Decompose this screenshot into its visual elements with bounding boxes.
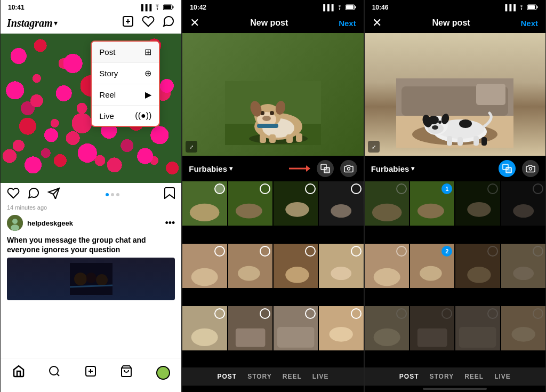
svg-point-10 (12, 219, 18, 224)
mode-reel-3[interactable]: REEL (464, 373, 484, 380)
mode-live-2[interactable]: LIVE (312, 373, 329, 380)
status-time-1: 10:41 (8, 4, 25, 11)
mode-live-3[interactable]: LIVE (494, 373, 511, 380)
gallery-cell-3-7[interactable] (455, 244, 500, 288)
gallery-cell-3-4[interactable] (501, 181, 545, 226)
gallery-cell-3-5[interactable] (365, 244, 409, 288)
expand-icon-3[interactable]: ⤢ (368, 141, 380, 153)
gallery-cell-4[interactable] (319, 181, 363, 226)
select-circle-3-8 (533, 246, 543, 257)
like-icon[interactable] (7, 187, 20, 202)
camera-button-3[interactable] (522, 160, 539, 177)
svg-rect-96 (473, 136, 479, 146)
svg-point-23 (339, 9, 340, 10)
gallery-cell-9[interactable] (182, 306, 227, 350)
gallery-cell-3-12[interactable] (501, 306, 545, 350)
gallery-cell-2[interactable] (228, 181, 272, 226)
mode-post-3[interactable]: POST (399, 373, 419, 380)
gallery-cell-5[interactable] (182, 244, 227, 288)
svg-point-91 (432, 125, 438, 130)
gallery-cell-6[interactable] (228, 244, 272, 288)
wifi-icon-3 (518, 4, 525, 11)
heart-icon[interactable] (142, 15, 155, 31)
svg-point-0 (157, 9, 158, 10)
post-options-icon[interactable]: ••• (165, 218, 175, 229)
svg-rect-99 (506, 167, 511, 173)
mode-post-2[interactable]: POST (217, 373, 237, 380)
home-nav-icon[interactable] (12, 365, 25, 381)
user-info: helpdeskgeek (7, 215, 73, 231)
gallery-cell-12[interactable] (319, 306, 363, 350)
multi-select-button-2[interactable] (317, 160, 334, 177)
new-post-header-2: ✕ New post Next (182, 13, 363, 33)
logo-area[interactable]: Instagram ▾ (7, 17, 58, 29)
signal-icon-2: ▐▐▐ (321, 4, 333, 11)
dropdown-item-reel[interactable]: Reel ▶ (92, 84, 159, 106)
gallery-cell-3-11[interactable] (455, 306, 500, 350)
gallery-folder-selector-3[interactable]: Furbabies (371, 164, 415, 173)
gallery-cell-8[interactable] (319, 244, 363, 288)
home-indicator-3 (423, 388, 487, 390)
gallery-cell-7[interactable] (274, 244, 318, 288)
svg-rect-80 (476, 84, 505, 105)
gallery-cell-3[interactable] (274, 181, 318, 226)
multi-select-button-3[interactable] (499, 160, 516, 177)
svg-point-100 (529, 167, 532, 170)
messenger-icon[interactable] (162, 15, 175, 31)
gallery-cell-3-6[interactable]: 2 (410, 244, 454, 288)
dot-1 (106, 193, 109, 196)
comment-icon[interactable] (27, 187, 40, 202)
dropdown-item-post[interactable]: Post ⊞ (92, 42, 159, 63)
gallery-cell-3-1[interactable] (365, 181, 409, 226)
mode-reel-2[interactable]: REEL (283, 373, 302, 380)
select-circle-3-3 (487, 183, 498, 194)
svg-point-34 (262, 116, 271, 121)
svg-rect-42 (296, 133, 302, 142)
gallery-cell-3-9[interactable] (365, 306, 409, 350)
wifi-icon-1 (154, 4, 161, 11)
svg-point-124 (511, 327, 535, 342)
svg-rect-70 (277, 327, 314, 348)
select-circle-3-9 (396, 308, 407, 319)
gallery-cell-3-8[interactable] (501, 244, 545, 288)
svg-point-88 (459, 119, 472, 128)
dropdown-item-live[interactable]: Live ((●)) (92, 106, 159, 126)
gallery-cell-3-10[interactable] (410, 306, 454, 350)
gallery-cell-3-2[interactable]: 1 (410, 181, 454, 226)
search-nav-icon[interactable] (48, 365, 61, 381)
camera-button-2[interactable] (340, 160, 357, 177)
mode-story-3[interactable]: STORY (429, 373, 454, 380)
expand-icon-2[interactable]: ⤢ (186, 141, 197, 153)
gallery-cell-3-3[interactable] (455, 181, 500, 226)
svg-rect-25 (346, 5, 354, 9)
share-icon[interactable] (47, 187, 60, 202)
svg-point-36 (270, 111, 274, 115)
battery-icon-3 (527, 4, 538, 11)
svg-point-93 (438, 121, 441, 124)
select-circle-3-7 (487, 246, 498, 257)
close-button-3[interactable]: ✕ (372, 16, 382, 30)
dropdown-item-story[interactable]: Story ⊕ (92, 63, 159, 84)
save-icon[interactable] (164, 187, 175, 202)
gallery-cell-selected[interactable] (182, 181, 227, 226)
add-post-icon[interactable] (122, 15, 134, 31)
gallery-cell-11[interactable] (274, 306, 318, 350)
svg-point-56 (331, 204, 352, 218)
svg-point-62 (285, 267, 309, 283)
new-post-title-3: New post (432, 18, 470, 28)
gallery-folder-selector-2[interactable]: Furbabies (189, 164, 232, 173)
battery-icon-2 (346, 4, 356, 11)
select-circle-3-1 (396, 183, 407, 194)
shop-nav-icon[interactable] (120, 365, 133, 381)
select-circle-8 (351, 246, 362, 257)
mode-story-2[interactable]: STORY (247, 373, 272, 380)
gallery-cell-10[interactable] (228, 306, 272, 350)
close-button-2[interactable]: ✕ (190, 16, 199, 30)
folder-name-3: Furbabies (371, 164, 410, 173)
next-button-3[interactable]: Next (520, 19, 538, 28)
create-nav-icon[interactable] (84, 365, 97, 381)
next-button-2[interactable]: Next (339, 19, 356, 28)
profile-nav-avatar[interactable] (156, 366, 170, 380)
select-circle-3-12 (533, 308, 543, 319)
dropdown-post-icon: ⊞ (144, 47, 151, 57)
